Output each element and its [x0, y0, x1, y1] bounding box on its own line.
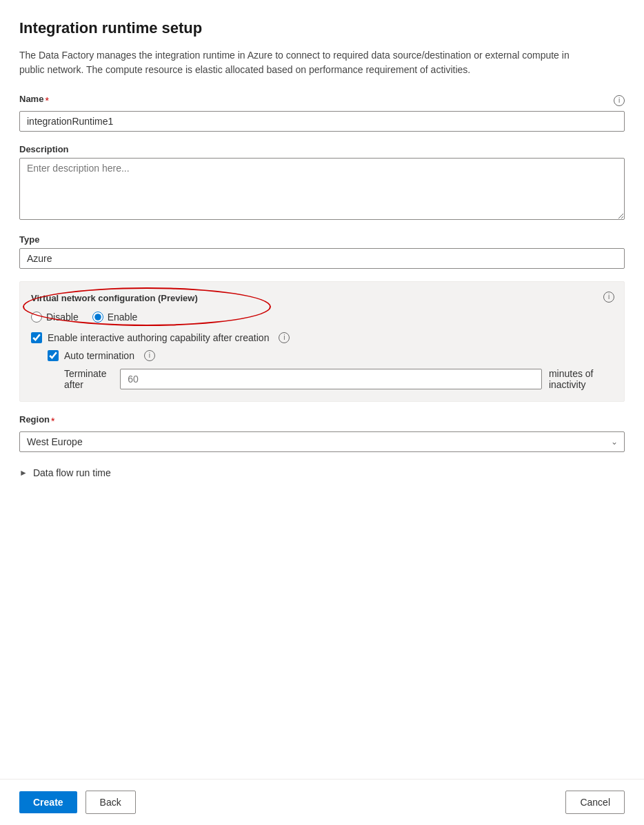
auto-termination-text: Auto termination: [64, 350, 134, 361]
back-button[interactable]: Back: [85, 791, 136, 814]
disable-radio[interactable]: [31, 312, 42, 323]
dataflow-label: Data flow run time: [33, 467, 111, 478]
auto-termination-label[interactable]: Auto termination i: [48, 350, 613, 361]
terminate-prefix: Terminate after: [64, 368, 113, 390]
type-input: [19, 248, 625, 269]
enable-radio[interactable]: [92, 312, 103, 323]
dataflow-chevron-icon: ►: [19, 468, 28, 478]
disable-radio-label[interactable]: Disable: [31, 312, 79, 323]
create-button[interactable]: Create: [19, 791, 77, 813]
vnet-radio-group: Disable Enable: [31, 312, 613, 323]
type-field-group: Type: [19, 234, 625, 269]
interactive-authoring-text: Enable interactive authoring capability …: [48, 332, 269, 343]
region-required-star: *: [51, 416, 54, 427]
name-required-star: *: [45, 95, 48, 106]
interactive-authoring-label[interactable]: Enable interactive authoring capability …: [31, 332, 613, 343]
auto-termination-checkbox[interactable]: [48, 350, 59, 361]
name-field-group: Name * i: [19, 94, 625, 132]
page-description: The Data Factory manages the integration…: [19, 48, 585, 77]
type-label: Type: [19, 234, 625, 245]
terminate-input[interactable]: [120, 369, 542, 389]
description-field-group: Description: [19, 144, 625, 222]
enable-radio-text: Enable: [108, 312, 138, 323]
terminate-row: Terminate after minutes of inactivity: [64, 368, 613, 390]
terminate-suffix: minutes of inactivity: [549, 368, 613, 390]
enable-radio-label[interactable]: Enable: [92, 312, 138, 323]
disable-radio-text: Disable: [46, 312, 79, 323]
description-label: Description: [19, 144, 625, 154]
vnet-section: i Virtual network configuration (Preview…: [19, 281, 625, 402]
region-select-wrapper: West Europe East US West US North Europe…: [19, 431, 625, 452]
vnet-annotation-wrapper: Virtual network configuration (Preview) …: [31, 293, 613, 323]
region-select[interactable]: West Europe East US West US North Europe…: [19, 431, 625, 452]
name-input[interactable]: [19, 111, 625, 132]
interactive-authoring-checkbox[interactable]: [31, 332, 42, 343]
name-label: Name: [19, 94, 43, 104]
region-field-group: Region * West Europe East US West US Nor…: [19, 414, 625, 452]
page-title: Integration runtime setup: [19, 19, 625, 37]
cancel-button[interactable]: Cancel: [565, 791, 625, 814]
interactive-authoring-info-icon[interactable]: i: [279, 332, 290, 343]
name-info-icon[interactable]: i: [614, 95, 625, 106]
auto-termination-info-icon[interactable]: i: [144, 350, 155, 361]
page-footer: Create Back Cancel: [0, 779, 644, 825]
description-input[interactable]: [19, 158, 625, 220]
dataflow-runtime-row[interactable]: ► Data flow run time: [19, 465, 625, 481]
region-label: Region: [19, 414, 50, 425]
vnet-section-title: Virtual network configuration (Preview): [31, 293, 613, 303]
